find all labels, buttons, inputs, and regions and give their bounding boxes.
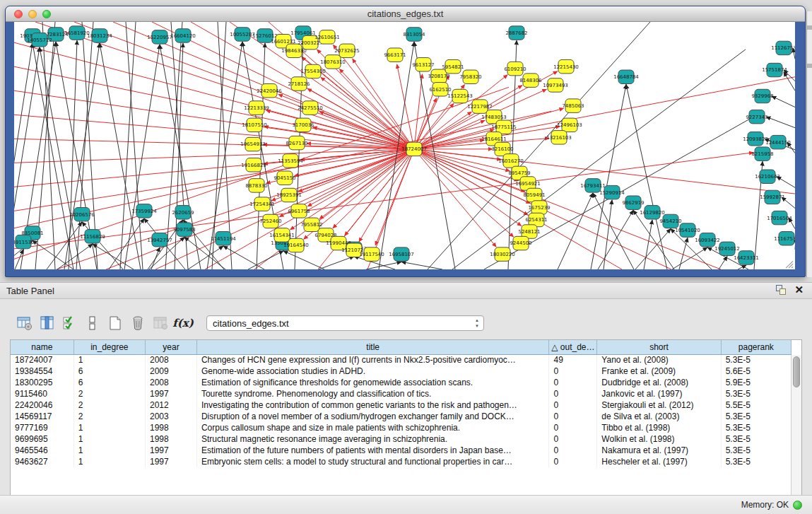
column-header-in_degree[interactable]: in_degree [73, 340, 145, 354]
graph-node[interactable]: 20206576 [69, 208, 95, 221]
graph-node[interactable]: 17554300 [300, 64, 326, 78]
column-header-name[interactable]: name [11, 340, 73, 354]
graph-node[interactable]: 8267130 [286, 136, 307, 149]
graph-node[interactable]: 8059491 [523, 188, 545, 201]
graph-node[interactable]: 2620659 [172, 206, 194, 219]
graph-node[interactable]: 16648784 [613, 70, 639, 83]
graph-node[interactable]: 9227343 [746, 110, 767, 123]
graph-node[interactable]: 10973493 [543, 78, 568, 92]
svg-text:12213339: 12213339 [244, 105, 269, 111]
column-header-year[interactable]: year [145, 340, 196, 354]
svg-text:22420046: 22420046 [257, 88, 282, 94]
column-visibility-icon[interactable] [38, 314, 57, 332]
row-height-icon[interactable] [83, 314, 102, 332]
graph-node[interactable]: 7958320 [459, 70, 481, 83]
svg-text:13942757: 13942757 [147, 238, 172, 243]
graph-node[interactable]: 8148306 [519, 74, 541, 87]
table-row[interactable]: 946554611997Estimation of the future num… [11, 445, 792, 456]
table-toolbar: f(x) citations_edges.txt ▲▼ [10, 310, 802, 337]
graph-node[interactable]: 17359924 [131, 204, 157, 218]
table-settings-icon[interactable] [16, 314, 34, 332]
function-builder-icon[interactable]: f(x) [174, 314, 192, 332]
table-row[interactable]: 1830029562008Estimation of significance … [11, 377, 792, 388]
canvas-resize-grip[interactable] [786, 261, 793, 268]
graph-node[interactable]: 18107550 [242, 118, 267, 132]
graph-node[interactable]: 11353594 [278, 154, 303, 168]
graph-node[interactable]: 1675239 [528, 201, 550, 214]
graph-node[interactable]: 15751874 [762, 63, 787, 76]
svg-text:12444150: 12444150 [765, 140, 791, 146]
graph-node[interactable]: 7485063 [562, 99, 584, 112]
graph-node[interactable]: 8215958 [751, 147, 773, 160]
network-canvas[interactable]: 1903351317283124165819201803123415220957… [14, 22, 795, 269]
svg-text:10541020: 10541020 [675, 228, 700, 233]
table-row[interactable]: 969969511998Structural magnetic resonanc… [11, 433, 792, 445]
citation-network-graph[interactable]: 1903351317283124165819201803123415220957… [14, 22, 795, 269]
svg-text:18164611: 18164611 [481, 136, 507, 142]
graph-node[interactable]: 9613127 [412, 58, 434, 71]
graph-node[interactable]: 9045150 [273, 171, 295, 185]
graph-node[interactable]: 12093822 [743, 132, 768, 146]
graph-node[interactable]: 7252460 [259, 214, 281, 228]
close-icon[interactable]: ✕ [794, 285, 804, 295]
select-all-icon[interactable] [61, 314, 79, 332]
graph-node[interactable]: 10541020 [675, 223, 700, 237]
new-table-icon[interactable] [106, 314, 124, 332]
graph-node[interactable]: 16129820 [640, 206, 665, 219]
table-row[interactable]: 2242004622012Investigating the contribut… [11, 399, 792, 411]
graph-node[interactable]: 6109210 [504, 62, 526, 75]
graph-node[interactable]: 8878330 [245, 179, 267, 192]
svg-text:19166829: 19166829 [241, 163, 266, 168]
graph-node[interactable]: 16093422 [695, 233, 720, 246]
table-selector-dropdown[interactable]: citations_edges.txt ▲▼ [206, 315, 484, 331]
graph-node[interactable]: 2887682 [505, 26, 527, 40]
graph-node[interactable]: 5954821 [442, 59, 464, 73]
graph-node[interactable]: 6961758 [288, 204, 310, 218]
graph-node[interactable]: 9663171 [384, 48, 406, 62]
memory-status-icon[interactable] [793, 501, 802, 510]
table-row[interactable]: 1456911722003Disruption of a novel membe… [11, 411, 792, 422]
table-row[interactable]: 1938455462009Genome-wide association stu… [11, 366, 792, 377]
table-row[interactable]: 911546021997Tourette syndrome. Phenomeno… [11, 388, 792, 399]
graph-node[interactable]: 3170036 [292, 118, 314, 132]
node-table[interactable]: namein_degreeyeartitle△ out_de…shortpage… [11, 340, 792, 467]
graph-node[interactable]: 9454210 [659, 214, 681, 228]
graph-node[interactable]: 16581920 [64, 26, 90, 40]
graph-node[interactable]: 11167533 [774, 232, 795, 245]
graph-node[interactable]: 17016504 [767, 211, 792, 224]
graph-node[interactable]: 8313054 [403, 28, 425, 41]
graph-node[interactable]: 12496103 [557, 118, 582, 132]
graph-node[interactable]: 11156829 [80, 230, 105, 243]
table-scrollbar-thumb[interactable] [793, 356, 800, 387]
graph-node[interactable]: 16604120 [170, 29, 196, 42]
column-header-pagerank[interactable]: pagerank [721, 340, 791, 354]
window-titlebar[interactable]: citations_edges.txt [6, 6, 805, 22]
table-scrollbar[interactable] [791, 355, 801, 498]
graph-node[interactable]: 2718126 [288, 77, 310, 90]
graph-node[interactable]: 16210643 [755, 170, 780, 183]
graph-node[interactable]: 9329968 [751, 89, 773, 103]
table-row[interactable]: 1872400712008Changes of HCN gene express… [11, 354, 792, 366]
svg-text:3170036: 3170036 [292, 122, 314, 128]
graph-node[interactable]: 19166829 [241, 158, 266, 172]
float-panel-icon[interactable] [776, 285, 786, 295]
column-header-short[interactable]: short [597, 340, 721, 354]
table-row[interactable]: 977716911998Corpus callosum shape and si… [11, 422, 792, 433]
svg-text:11126753: 11126753 [771, 45, 795, 51]
memory-status-label: Memory: OK [741, 500, 789, 510]
column-header-title[interactable]: title [196, 340, 549, 354]
svg-text:15122543: 15122543 [447, 94, 473, 100]
graph-node[interactable]: 22420046 [257, 84, 282, 98]
delete-column-icon[interactable] [129, 314, 147, 332]
column-header-out_de[interactable]: △ out_de… [549, 340, 597, 354]
graph-node[interactable]: 12213339 [244, 101, 269, 115]
graph-node[interactable]: 10055287 [230, 28, 255, 41]
graph-node[interactable]: 15220957 [147, 30, 172, 44]
graph-node[interactable]: 9097588 [173, 223, 195, 236]
graph-node[interactable]: 9244500 [510, 236, 531, 250]
graph-node[interactable]: 11126753 [771, 41, 795, 54]
graph-node[interactable]: 16958107 [389, 247, 414, 261]
table-row[interactable]: 946362711997Embryonic stem cells: a mode… [11, 456, 792, 467]
graph-node[interactable]: 9862919 [622, 196, 644, 209]
graph-node[interactable]: 18030220 [490, 247, 515, 261]
